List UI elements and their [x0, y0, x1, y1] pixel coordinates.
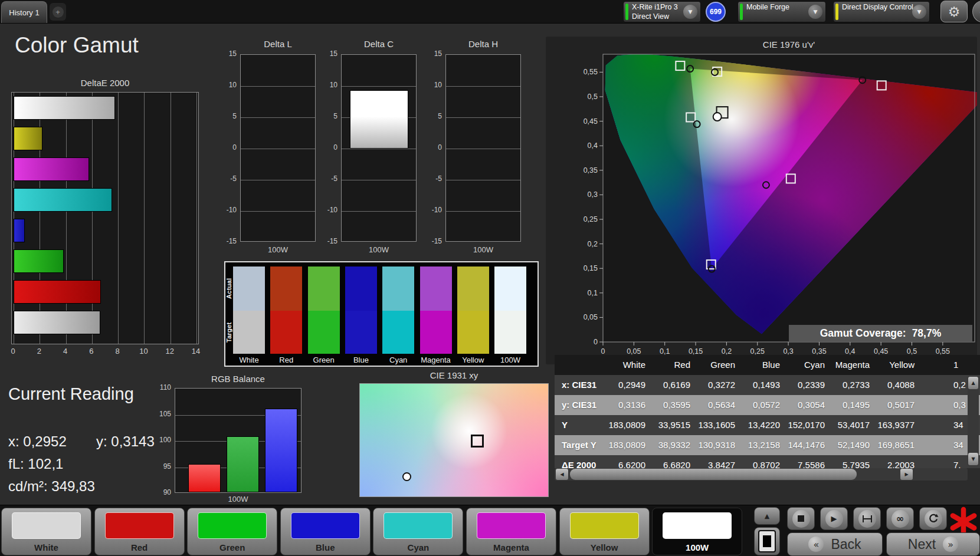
gridline	[446, 117, 520, 118]
gridline	[66, 93, 67, 344]
swatch-target-red	[270, 311, 302, 354]
table-cell: 0,3272	[696, 375, 741, 395]
pattern-window-button[interactable]	[754, 527, 780, 555]
axis-tick-label: -5	[421, 175, 442, 183]
axis-tick-label: -10	[215, 206, 237, 214]
plus-icon: +	[53, 6, 64, 18]
patch-button-100w[interactable]: 100W	[652, 508, 742, 555]
tab-history[interactable]: History 1	[1, 1, 47, 23]
settings-button[interactable]: ⚙	[940, 1, 968, 22]
table-horizontal-scrollbar[interactable]: ◀ ▶	[555, 468, 968, 481]
current-reading-title: Current Reading	[8, 384, 134, 404]
delta_h-title: Delta H	[445, 39, 521, 49]
swatch-target-100w	[494, 311, 526, 354]
next-button[interactable]: Next »	[886, 532, 980, 556]
deltae-chart-title: DeltaE 2000	[11, 78, 199, 88]
swatch-row-label-target: Target	[225, 311, 234, 354]
page-title: Color Gamut	[15, 33, 139, 58]
table-vertical-scrollbar[interactable]: ▲ ▼	[968, 376, 979, 466]
cie1931-target-marker	[471, 435, 484, 448]
column-header-blue: Blue	[741, 355, 786, 375]
patch-label: Magenta	[467, 542, 556, 552]
axis-category-label: 100W	[341, 245, 417, 254]
table-cell: 144,1476	[786, 435, 831, 455]
gridline	[241, 86, 315, 87]
meter-dropdown[interactable]: X-Rite i1Pro 3 Direct View ▼	[623, 1, 701, 22]
scroll-left-button[interactable]: ◀	[556, 469, 568, 480]
loop-icon: ∞	[891, 510, 909, 528]
table-cell: 38,9332	[651, 435, 696, 455]
gridline	[171, 93, 171, 344]
column-header-green: Green	[696, 355, 741, 375]
pattern-window-up-button[interactable]: ▲	[754, 507, 780, 525]
collapse-panel-button[interactable]: ◀	[972, 1, 980, 22]
display-control-dropdown[interactable]: Direct Display Control ▼	[833, 1, 930, 22]
delta_l-title: Delta L	[240, 39, 316, 49]
add-tab-button[interactable]: +	[50, 3, 66, 21]
swatch-target-green	[308, 311, 340, 354]
loop-button[interactable]: ∞	[886, 507, 914, 530]
patch-label: Blue	[281, 542, 370, 552]
table-cell: 0,6169	[651, 375, 696, 395]
table-cell: 183,0809	[607, 435, 651, 455]
meter-count-badge[interactable]: 699	[706, 2, 726, 22]
scrollbar-thumb[interactable]	[570, 469, 857, 480]
axis-tick-label: 12	[162, 347, 178, 356]
meter-mode: Direct View	[632, 12, 669, 21]
gridline	[342, 149, 416, 149]
patch-label: Yellow	[560, 542, 649, 552]
axis-tick-label: 15	[316, 50, 337, 58]
deltae-bar-yellow	[14, 127, 42, 150]
play-icon: ▶	[825, 510, 843, 528]
patch-button-yellow[interactable]: Yellow	[559, 508, 650, 555]
chevron-down-icon[interactable]: ▼	[683, 5, 697, 19]
gridline	[241, 149, 315, 149]
patch-label: White	[2, 542, 91, 552]
svg-text:0,1: 0,1	[588, 289, 598, 297]
svg-text:0,15: 0,15	[689, 347, 703, 356]
row-label: y: CIE31	[555, 395, 607, 415]
marker-button[interactable]	[853, 507, 881, 530]
axis-tick-label: 5	[215, 112, 237, 120]
scroll-up-button[interactable]: ▲	[968, 377, 978, 389]
swatch-row-label-actual: Actual	[225, 267, 234, 311]
stop-button[interactable]	[787, 507, 815, 530]
axis-tick-label: -10	[421, 206, 442, 214]
delta_h-chart	[445, 54, 521, 242]
axis-tick-label: -15	[215, 237, 237, 245]
measured-marker-white	[713, 113, 722, 121]
table-cell: 0,1493	[741, 375, 786, 395]
axis-tick-label: 0	[421, 143, 442, 152]
table-cell: 0,5017	[876, 395, 920, 415]
patch-button-red[interactable]: Red	[94, 508, 185, 555]
patch-button-magenta[interactable]: Magenta	[466, 508, 556, 555]
refresh-button[interactable]	[919, 507, 947, 530]
table-cell: 0,2733	[831, 375, 876, 395]
pattern-source-dropdown[interactable]: Mobile Forge ▼	[738, 1, 826, 22]
column-header-yellow: Yellow	[876, 355, 920, 375]
measurement-table: WhiteRedGreenBlueCyanMagentaYellow1x: CI…	[555, 355, 980, 468]
scroll-down-button[interactable]: ▼	[968, 453, 978, 465]
table-cell: 152,0170	[786, 415, 831, 435]
patch-button-green[interactable]: Green	[187, 508, 277, 555]
back-chevron-icon: «	[808, 537, 824, 552]
scroll-right-button[interactable]: ▶	[900, 469, 913, 480]
app-window: History 1 + X-Rite i1Pro 3 Direct View ▼…	[0, 0, 980, 556]
swatch-actual-magenta	[420, 267, 452, 311]
table-row: ΔE 20006,62006,68203,84270,87027,55865,7…	[555, 455, 980, 468]
row-label: Target Y	[555, 435, 607, 455]
patch-button-cyan[interactable]: Cyan	[373, 508, 463, 555]
delta_c-chart	[341, 54, 417, 242]
patch-button-white[interactable]: White	[1, 508, 91, 555]
chevron-down-icon[interactable]: ▼	[912, 5, 926, 19]
chevron-down-icon[interactable]: ▼	[808, 5, 822, 19]
cie1931-measured-marker	[402, 472, 411, 481]
back-button[interactable]: « Back	[787, 532, 883, 556]
axis-tick-label: -15	[316, 237, 337, 245]
patch-button-blue[interactable]: Blue	[280, 508, 371, 555]
svg-text:0,3: 0,3	[783, 347, 793, 356]
play-button[interactable]: ▶	[820, 507, 848, 530]
axis-tick-label: 10	[215, 81, 237, 89]
patch-label: Red	[95, 542, 184, 552]
color-patch	[477, 512, 546, 539]
